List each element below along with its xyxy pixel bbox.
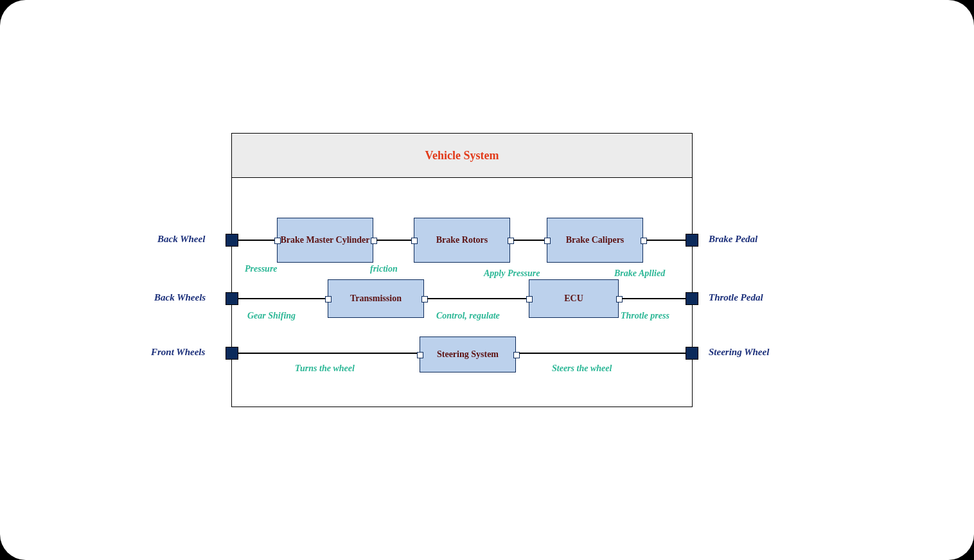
flow-gear-shifting: Gear Shifing (247, 311, 296, 321)
block-transmission: Transmission (328, 279, 424, 318)
connector (238, 298, 325, 299)
label-front-wheels: Front Wheels (151, 347, 205, 358)
block-brake-master-cylinder: Brake Master Cylinder (277, 218, 373, 263)
title-bar: Vehicle System (232, 134, 692, 178)
connector (427, 298, 526, 299)
port-brake-pedal (686, 234, 698, 247)
label-throttle-pedal: Throtle Pedal (709, 292, 763, 303)
block-port (641, 238, 647, 244)
page: Back Wheel Back Wheels Front Wheels Brak… (0, 0, 974, 560)
connector (238, 353, 417, 354)
block-ecu: ECU (529, 279, 619, 318)
port-back-wheel (226, 234, 238, 247)
connector (376, 240, 411, 241)
flow-brake-applied: Brake Apllied (614, 268, 665, 279)
block-port (325, 296, 332, 302)
port-back-wheels (226, 292, 238, 305)
system-title: Vehicle System (425, 149, 499, 162)
block-port (421, 296, 428, 302)
label-brake-pedal: Brake Pedal (709, 234, 757, 245)
block-label: Steering System (437, 349, 499, 360)
connector (513, 240, 544, 241)
flow-steers-wheel: Steers the wheel (552, 363, 612, 374)
flow-pressure: Pressure (245, 264, 278, 274)
flow-throttle-press: Throtle press (621, 311, 669, 321)
block-label: Brake Rotors (436, 234, 488, 246)
block-port (508, 238, 514, 244)
flow-turns-wheel: Turns the wheel (295, 363, 355, 374)
block-port (274, 238, 281, 244)
block-port (411, 238, 418, 244)
block-brake-rotors: Brake Rotors (414, 218, 510, 263)
label-back-wheel: Back Wheel (157, 234, 205, 245)
block-port (417, 352, 423, 358)
system-container: Vehicle System Brake Master Cylinder Bra… (231, 133, 693, 407)
block-port (616, 296, 623, 302)
block-brake-calipers: Brake Calipers (547, 218, 643, 263)
connector (646, 240, 686, 241)
flow-control-regulate: Control, regulate (436, 311, 500, 321)
block-port (371, 238, 377, 244)
block-steering-system: Steering System (420, 337, 516, 372)
port-front-wheels (226, 347, 238, 360)
block-label: Brake Calipers (566, 234, 624, 246)
flow-apply-pressure: Apply Pressure (484, 268, 540, 279)
connector (622, 298, 686, 299)
port-steering-wheel (686, 347, 698, 360)
label-back-wheels: Back Wheels (154, 292, 206, 303)
connector (519, 353, 686, 354)
block-port (544, 238, 551, 244)
block-label: Brake Master Cylinder (281, 234, 370, 246)
label-steering-wheel: Steering Wheel (709, 347, 769, 358)
block-label: Transmission (350, 293, 402, 304)
block-port (526, 296, 533, 302)
flow-friction: friction (370, 264, 398, 274)
block-label: ECU (564, 293, 583, 304)
port-throttle-pedal (686, 292, 698, 305)
connector (238, 240, 274, 241)
